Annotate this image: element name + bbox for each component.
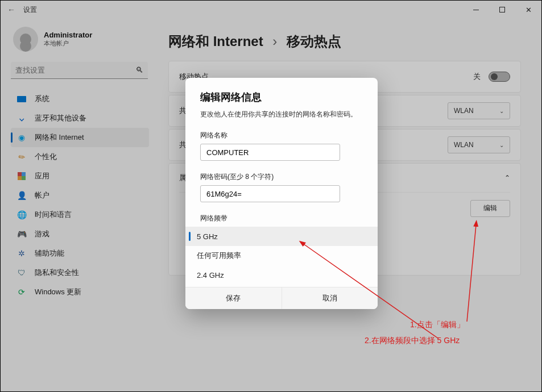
- save-button[interactable]: 保存: [185, 287, 282, 309]
- band-list: 5 GHz 任何可用频率 2.4 GHz: [185, 227, 378, 285]
- maximize-icon: [499, 7, 505, 12]
- window-controls: ✕: [463, 1, 541, 19]
- network-name-input[interactable]: [200, 144, 340, 161]
- close-icon: ✕: [526, 6, 532, 14]
- edit-network-dialog: 编辑网络信息 更改他人在使用你共享的连接时的网络名称和密码。 网络名称 网络密码…: [185, 78, 378, 309]
- maximize-button[interactable]: [489, 1, 515, 19]
- band-option-24ghz[interactable]: 2.4 GHz: [185, 265, 378, 285]
- minimize-icon: [473, 10, 479, 10]
- network-password-input[interactable]: [200, 185, 340, 202]
- band-option-5ghz[interactable]: 5 GHz: [185, 227, 378, 246]
- close-button[interactable]: ✕: [515, 1, 541, 19]
- network-band-label: 网络频带: [200, 214, 363, 223]
- dialog-description: 更改他人在使用你共享的连接时的网络名称和密码。: [200, 110, 363, 119]
- band-option-any[interactable]: 任何可用频率: [185, 246, 378, 265]
- dialog-title: 编辑网络信息: [200, 90, 363, 104]
- cancel-button[interactable]: 取消: [282, 287, 378, 309]
- network-name-label: 网络名称: [200, 131, 363, 140]
- dialog-button-row: 保存 取消: [185, 287, 378, 309]
- network-password-label: 网络密码(至少 8 个字符): [200, 172, 363, 182]
- minimize-button[interactable]: [463, 1, 489, 19]
